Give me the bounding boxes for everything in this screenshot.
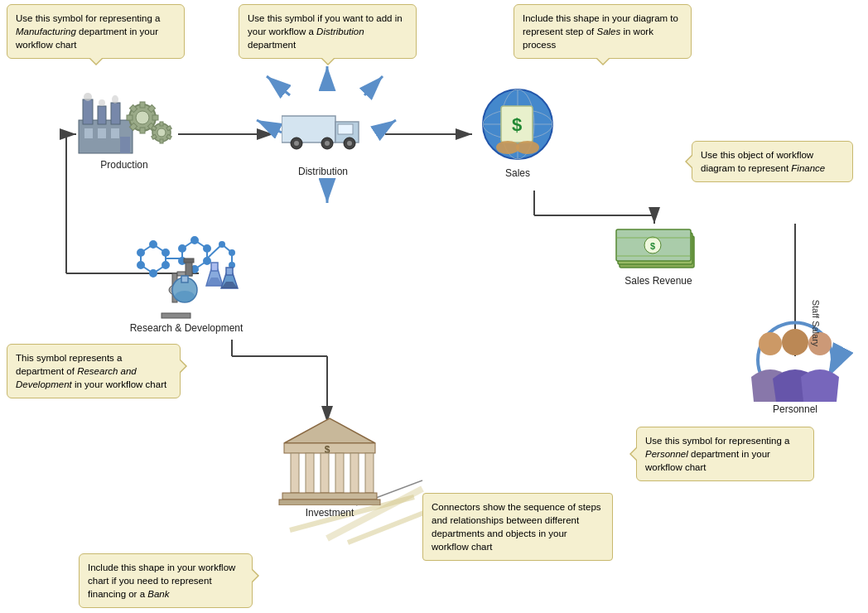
svg-rect-130 bbox=[321, 453, 329, 493]
svg-point-30 bbox=[99, 99, 105, 106]
svg-point-85 bbox=[137, 249, 144, 256]
svg-line-20 bbox=[377, 120, 396, 133]
svg-point-90 bbox=[137, 262, 144, 268]
svg-rect-33 bbox=[98, 128, 106, 138]
sales-revenue-label: Sales Revenue bbox=[624, 275, 692, 287]
callout-manufacturing-text: Use this symbol for representing a Manuf… bbox=[16, 13, 161, 50]
svg-rect-117 bbox=[211, 263, 218, 271]
personnel-label: Personnel bbox=[773, 403, 817, 415]
svg-point-98 bbox=[179, 245, 186, 252]
svg-point-58 bbox=[294, 141, 299, 146]
callout-personnel: Use this symbol for representing a Perso… bbox=[636, 427, 814, 481]
svg-rect-38 bbox=[140, 102, 145, 108]
money-icon: $ bbox=[613, 220, 704, 273]
callout-sales-text: Include this shape in your diagram to re… bbox=[523, 13, 678, 50]
svg-rect-44 bbox=[127, 115, 133, 120]
svg-rect-56 bbox=[338, 124, 353, 134]
svg-rect-123 bbox=[181, 276, 188, 282]
svg-rect-133 bbox=[365, 453, 374, 493]
investment-node: $ Investment bbox=[280, 414, 379, 517]
svg-rect-32 bbox=[84, 128, 93, 138]
research-icon bbox=[124, 228, 248, 319]
svg-rect-28 bbox=[111, 103, 120, 124]
svg-rect-35 bbox=[120, 137, 130, 153]
svg-rect-132 bbox=[350, 453, 359, 493]
callout-distribution: Use this symbol if you want to add in yo… bbox=[239, 4, 417, 59]
callout-finance-text: Use this object of workflow diagram to r… bbox=[701, 150, 825, 173]
investment-label: Investment bbox=[306, 507, 354, 519]
callout-research-text: This symbol represents a department of R… bbox=[16, 353, 166, 389]
production-label: Production bbox=[100, 159, 147, 171]
production-node: Production bbox=[75, 83, 174, 169]
bank-icon: $ bbox=[276, 414, 383, 505]
personnel-node: Personnel bbox=[741, 327, 849, 413]
svg-point-70 bbox=[496, 141, 519, 154]
svg-rect-51 bbox=[160, 139, 163, 143]
svg-point-47 bbox=[157, 128, 166, 137]
sales-node: $ Sales bbox=[476, 83, 559, 177]
svg-point-62 bbox=[347, 141, 352, 146]
truck-icon bbox=[282, 104, 364, 153]
callout-connectors-text: Connectors show the sequence of steps an… bbox=[432, 502, 601, 552]
factory-icon bbox=[75, 83, 174, 157]
sales-revenue-node: $ Sales Revenue bbox=[613, 220, 704, 285]
svg-point-101 bbox=[204, 258, 210, 264]
callout-connectors: Connectors show the sequence of steps an… bbox=[422, 493, 613, 561]
svg-rect-120 bbox=[226, 268, 233, 275]
svg-point-99 bbox=[191, 237, 198, 244]
svg-point-60 bbox=[325, 141, 330, 146]
svg-rect-135 bbox=[279, 500, 380, 505]
svg-point-136 bbox=[759, 332, 782, 355]
svg-line-21 bbox=[267, 76, 290, 95]
svg-point-137 bbox=[782, 329, 808, 355]
svg-point-37 bbox=[136, 111, 149, 124]
research-node: Research & Development bbox=[128, 228, 244, 331]
svg-rect-131 bbox=[335, 453, 344, 493]
svg-rect-113 bbox=[186, 261, 192, 276]
svg-point-100 bbox=[204, 245, 210, 252]
distribution-node: Distribution bbox=[282, 104, 364, 165]
svg-point-29 bbox=[84, 93, 92, 101]
svg-rect-34 bbox=[111, 128, 119, 138]
svg-rect-129 bbox=[306, 453, 314, 493]
svg-text:$: $ bbox=[512, 114, 522, 135]
svg-point-124 bbox=[175, 291, 195, 302]
callout-distribution-text: Use this symbol if you want to add in yo… bbox=[248, 13, 403, 50]
svg-rect-111 bbox=[162, 313, 190, 318]
svg-rect-48 bbox=[160, 122, 163, 126]
staff-salary-label: Staff Salary bbox=[811, 300, 821, 347]
callout-sales: Include this shape in your diagram to re… bbox=[514, 4, 692, 59]
svg-point-88 bbox=[162, 262, 169, 268]
callout-personnel-text: Use this symbol for representing a Perso… bbox=[645, 436, 790, 472]
svg-rect-26 bbox=[83, 99, 93, 124]
globe-icon: $ bbox=[476, 83, 559, 166]
svg-point-89 bbox=[150, 270, 157, 277]
svg-rect-40 bbox=[152, 115, 158, 120]
personnel-icon bbox=[741, 327, 849, 402]
svg-point-86 bbox=[150, 241, 157, 248]
svg-rect-114 bbox=[184, 258, 194, 263]
callout-manufacturing: Use this symbol for representing a Manuf… bbox=[7, 4, 185, 59]
svg-line-22 bbox=[364, 76, 383, 95]
svg-point-87 bbox=[162, 249, 169, 256]
svg-rect-42 bbox=[140, 128, 145, 133]
sales-label: Sales bbox=[505, 167, 530, 179]
callout-bank: Include this shape in your workflow char… bbox=[79, 553, 253, 608]
svg-point-31 bbox=[112, 95, 118, 104]
svg-line-19 bbox=[257, 120, 282, 133]
research-label: Research & Development bbox=[130, 322, 244, 334]
distribution-label: Distribution bbox=[298, 166, 348, 177]
svg-rect-128 bbox=[291, 453, 299, 493]
svg-text:$: $ bbox=[650, 241, 655, 251]
callout-research: This symbol represents a department of R… bbox=[7, 344, 181, 398]
svg-point-71 bbox=[516, 141, 539, 154]
svg-rect-134 bbox=[282, 493, 377, 500]
diagram-container: Use this symbol for representing a Manuf… bbox=[0, 0, 868, 613]
svg-rect-27 bbox=[98, 106, 106, 124]
callout-finance: Use this object of workflow diagram to r… bbox=[692, 141, 853, 182]
svg-marker-125 bbox=[284, 418, 375, 443]
callout-bank-text: Include this shape in your workflow char… bbox=[88, 562, 235, 599]
